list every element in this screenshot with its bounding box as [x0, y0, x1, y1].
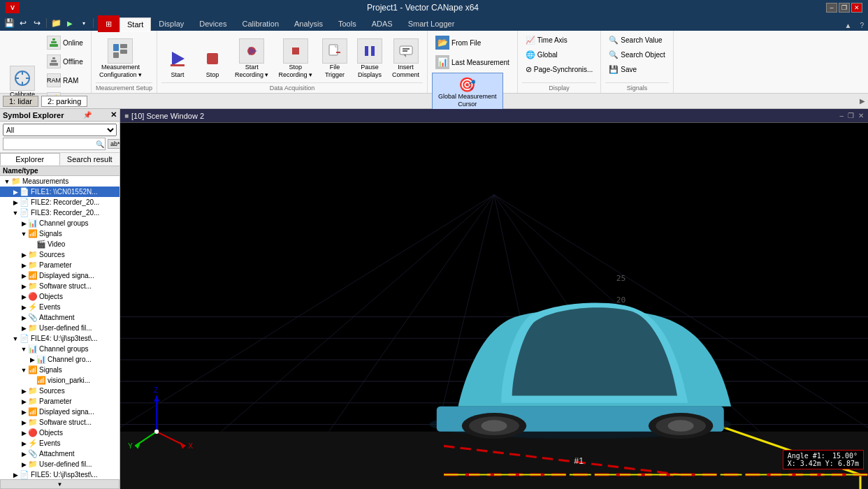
tree-expand-icon: ▶ — [20, 430, 28, 437]
pause-displays-button[interactable]: PauseDisplays — [354, 36, 386, 81]
search-result-tab[interactable]: Search result — [60, 153, 120, 166]
filter-dropdown[interactable]: All — [3, 124, 117, 136]
sidebar-scroll-down-button[interactable]: ▼ — [0, 479, 120, 489]
tree-item[interactable]: 🎬Video — [0, 239, 120, 249]
qa-undo-button[interactable]: ↩ — [17, 17, 29, 29]
qa-redo-button[interactable]: ↪ — [31, 17, 43, 29]
tree-item[interactable]: ▼📊Channel groups — [0, 344, 120, 354]
minimize-button[interactable]: – — [826, 3, 837, 13]
insert-comment-button[interactable]: InsertComment — [389, 36, 423, 81]
tree-item[interactable]: ▶📄FILE2: Recorder_20... — [0, 197, 120, 207]
scene-viewport[interactable]: 25 20 — [120, 123, 868, 489]
tree-item[interactable]: ▶📎Attachment — [0, 448, 120, 459]
file-trigger-button[interactable]: FileTrigger — [319, 36, 351, 81]
ribbon-help-button[interactable]: ? — [855, 20, 868, 31]
qa-dropdown-button[interactable]: ▾ — [78, 17, 90, 29]
global-measurement-cursor-button[interactable]: 🎯 Global MeasurementCursor — [432, 73, 503, 112]
tab-devices[interactable]: Devices — [191, 17, 234, 31]
offline-button[interactable]: Offline — [43, 52, 87, 71]
tab-home[interactable]: ⊞ — [98, 15, 120, 32]
tree-item[interactable]: ▶📁User-defined fil... — [0, 459, 120, 469]
tab-start[interactable]: Start — [120, 17, 151, 31]
start-recording-button[interactable]: StartRecording ▾ — [231, 36, 273, 81]
search-options-button[interactable]: ab* — [108, 139, 120, 149]
page-sync-button[interactable]: ⊘ Page-Synchronis... — [522, 63, 597, 76]
start-button[interactable]: Start — [161, 44, 194, 81]
svg-text:25: 25 — [616, 274, 626, 283]
tree-item[interactable]: ▶📊Channel gro... — [0, 354, 120, 365]
tree-node-icon: 📁 — [28, 397, 38, 406]
stop-recording-button[interactable]: StopRecording ▾ — [275, 36, 316, 81]
stop-button[interactable]: Stop — [196, 44, 229, 81]
qa-save-button[interactable]: 💾 — [3, 17, 15, 29]
tree-item[interactable]: ▶⚡Events — [0, 302, 120, 312]
explorer-tab[interactable]: Explorer — [0, 153, 60, 166]
time-axis-button[interactable]: 📈 Time Axis — [522, 34, 571, 47]
scroll-right-button[interactable]: ▶ — [860, 97, 865, 105]
tree-item[interactable]: ▶🔴Objects — [0, 428, 120, 438]
angle-label: Angle #1: — [788, 452, 825, 460]
tree-item[interactable]: ▼📄FILE3: Recorder_20... — [0, 207, 120, 218]
sidebar-col-header: Name/type — [0, 166, 120, 176]
tree-item[interactable]: ▼📁Measurements — [0, 176, 120, 187]
tab-calibration[interactable]: Calibration — [234, 17, 287, 31]
tree-item[interactable]: ▶📄FILE1: \\CN01552N... — [0, 187, 120, 197]
qa-run-button[interactable]: ▶ — [64, 17, 76, 29]
tree-item[interactable]: 📶vision_parki... — [0, 375, 120, 386]
tree-item[interactable]: ▶📁Sources — [0, 386, 120, 396]
save-button[interactable]: 💾 Save — [605, 63, 640, 76]
tab-analysis[interactable]: Analysis — [287, 17, 331, 31]
doc-tab-parking[interactable]: 2: parking — [41, 96, 87, 107]
ribbon-group-measurement-setup: MeasurementConfiguration ▾ Measurement S… — [92, 31, 157, 93]
tree-container[interactable]: ▼📁Measurements▶📄FILE1: \\CN01552N...▶📄FI… — [0, 176, 120, 479]
last-meas-label: Last Measurement — [451, 59, 509, 66]
tree-node-label: Channel groups — [39, 345, 89, 353]
online-button[interactable]: Online — [43, 34, 87, 52]
maximize-button[interactable]: ❐ — [839, 3, 850, 13]
tree-item[interactable]: ▶🔴Objects — [0, 291, 120, 302]
tree-item[interactable]: ▶📊Channel groups — [0, 218, 120, 228]
search-input[interactable] — [3, 138, 95, 149]
scene-maximize-button[interactable]: ❐ — [848, 112, 854, 119]
tree-item[interactable]: ▶⚡Events — [0, 438, 120, 448]
scene-close-button[interactable]: ✕ — [858, 112, 864, 119]
close-button[interactable]: ✕ — [851, 3, 862, 13]
tree-item[interactable]: ▶📎Attachment — [0, 312, 120, 323]
tree-item[interactable]: ▶📁Sources — [0, 249, 120, 260]
tree-item[interactable]: ▶📁Software struct... — [0, 417, 120, 428]
search-value-button[interactable]: 🔍 Search Value — [605, 34, 665, 47]
tree-item[interactable]: ▼📶Signals — [0, 365, 120, 375]
measurement-config-button[interactable]: MeasurementConfiguration ▾ — [96, 36, 145, 81]
sidebar-close-button[interactable]: ✕ — [110, 110, 117, 119]
qa-open-button[interactable]: 📁 — [50, 17, 62, 29]
ram-button[interactable]: RAM RAM — [43, 71, 87, 89]
from-file-button[interactable]: 📂 From File — [432, 34, 484, 52]
tree-node-label: Objects — [39, 293, 63, 300]
tree-item[interactable]: ▶📁Parameter — [0, 396, 120, 407]
tree-item[interactable]: ▶📶Displayed signa... — [0, 270, 120, 281]
tree-item[interactable]: ▼📄FILE4: U:\jl\sp3test\... — [0, 333, 120, 344]
online-label: Online — [63, 39, 83, 47]
search-object-button[interactable]: 🔍 Search Object — [605, 48, 668, 61]
tree-item[interactable]: ▼📶Signals — [0, 228, 120, 239]
ribbon-collapse-button[interactable]: ▲ — [841, 20, 856, 31]
doc-tab-lidar[interactable]: 1: lidar — [3, 96, 38, 107]
scene-minimize-button[interactable]: – — [839, 112, 844, 119]
tree-node-label: Events — [39, 303, 61, 311]
tree-item[interactable]: ▶📁User-defined fil... — [0, 323, 120, 333]
tab-smart-logger[interactable]: Smart Logger — [400, 17, 463, 31]
search-icon[interactable]: 🔍 — [95, 140, 105, 149]
tree-item[interactable]: ▶📄FILE5: U:\jl\sp3test\... — [0, 469, 120, 479]
parking-tab-label: 2: parking — [48, 97, 81, 105]
last-measurement-button[interactable]: 📊 Last Measurement — [432, 53, 513, 71]
global-display-button[interactable]: 🌐 Global — [522, 48, 561, 61]
sidebar-pin-button[interactable]: 📌 — [83, 111, 92, 119]
svg-rect-8 — [120, 44, 127, 48]
tree-node-label: User-defined fil... — [39, 324, 92, 332]
tab-adas[interactable]: ADAS — [364, 17, 400, 31]
tree-item[interactable]: ▶📁Parameter — [0, 260, 120, 270]
tree-item[interactable]: ▶📶Displayed signa... — [0, 407, 120, 417]
tab-tools[interactable]: Tools — [331, 17, 364, 31]
tab-display[interactable]: Display — [151, 17, 191, 31]
tree-item[interactable]: ▶📁Software struct... — [0, 281, 120, 291]
